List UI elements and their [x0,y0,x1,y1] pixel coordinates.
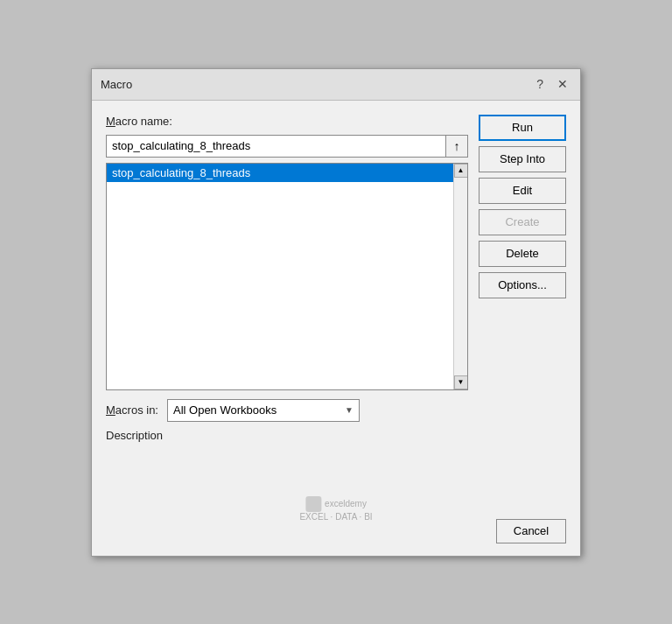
macros-in-value: All Open Workbooks [173,403,340,417]
macro-name-label: Macro name: [106,115,468,128]
macro-name-input[interactable] [106,135,445,158]
macros-in-select[interactable]: All Open Workbooks ▼ [167,399,360,422]
title-bar-controls: ? ✕ [533,77,571,91]
macro-list-container: stop_calculating_8_threads ▲ ▼ [106,163,468,390]
main-content: Macro name: ↑ stop_calculating_8_threads… [106,115,566,390]
macros-in-row: Macros in: All Open Workbooks ▼ [106,399,566,422]
macro-list: stop_calculating_8_threads [107,164,453,389]
options-button[interactable]: Options... [479,272,566,298]
step-into-button[interactable]: Step Into [479,146,566,172]
left-panel: Macro name: ↑ stop_calculating_8_threads… [106,115,468,390]
dialog-body: Macro name: ↑ stop_calculating_8_threads… [92,101,580,512]
delete-button[interactable]: Delete [479,241,566,267]
cancel-button[interactable]: Cancel [496,519,566,543]
list-scrollbar: ▲ ▼ [453,164,467,389]
bottom-section: Macros in: All Open Workbooks ▼ Descript… [106,399,566,501]
watermark: exceldemy EXCEL · DATA · BI [299,496,372,522]
help-button[interactable]: ? [533,77,547,91]
macro-name-input-row: ↑ [106,135,468,158]
macros-in-label: Macros in: [106,403,158,417]
upload-button[interactable]: ↑ [445,135,468,158]
watermark-text-line1: exceldemy [325,499,367,508]
list-item[interactable]: stop_calculating_8_threads [107,164,453,182]
description-area [106,449,566,501]
edit-button[interactable]: Edit [479,178,566,204]
description-label: Description [106,429,566,442]
watermark-logo: exceldemy [305,496,367,512]
create-button[interactable]: Create [479,209,566,235]
scroll-down-button[interactable]: ▼ [454,375,468,389]
right-panel: Run Step Into Edit Create Delete Options… [479,115,566,390]
chevron-down-icon: ▼ [345,405,354,415]
dialog-title: Macro [101,78,132,91]
close-button[interactable]: ✕ [554,77,571,91]
macro-dialog: Macro ? ✕ Macro name: ↑ [91,68,581,557]
title-bar: Macro ? ✕ [92,69,580,101]
scroll-up-button[interactable]: ▲ [454,164,468,178]
watermark-text-line2: EXCEL · DATA · BI [299,512,372,522]
run-button[interactable]: Run [479,115,566,141]
watermark-icon [305,496,321,512]
